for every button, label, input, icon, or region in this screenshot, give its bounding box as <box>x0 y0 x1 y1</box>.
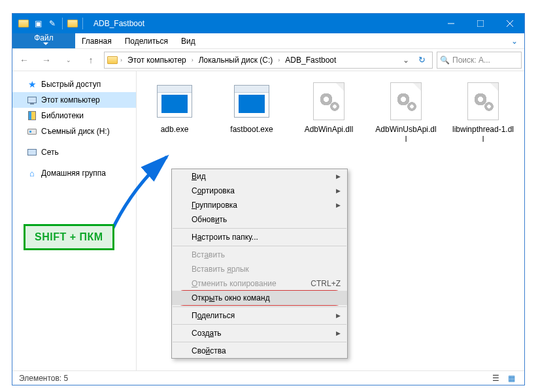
submenu-arrow-icon: ▶ <box>336 173 341 180</box>
ctx-new[interactable]: Создать▶ <box>172 326 347 340</box>
ctx-view[interactable]: Вид▶ <box>172 169 347 184</box>
maximize-button[interactable] <box>465 14 495 33</box>
details-view-icon[interactable]: ☰ <box>489 373 502 384</box>
sidebar-item-network[interactable]: Сеть <box>12 144 136 160</box>
item-count-label: Элементов: <box>19 374 61 383</box>
ctx-sort[interactable]: Сортировка▶ <box>172 184 347 198</box>
annotation-callout: SHIFT + ПКМ <box>24 224 114 250</box>
file-item[interactable]: AdbWinUsbApi.dll <box>375 80 437 144</box>
window-title: ADB_Fastboot <box>90 19 144 28</box>
pc-icon <box>27 95 37 105</box>
back-button[interactable]: ← <box>15 51 33 69</box>
address-dropdown[interactable]: ⌄ <box>399 56 413 65</box>
file-item[interactable]: libwinpthread-1.dll <box>452 80 514 144</box>
dll-icon <box>313 82 345 120</box>
sidebar-item-libraries[interactable]: Библиотеки <box>12 108 136 123</box>
submenu-arrow-icon: ▶ <box>336 312 341 319</box>
file-item[interactable]: fastboot.exe <box>220 80 283 144</box>
folder-icon <box>107 56 118 64</box>
chevron-right-icon[interactable]: › <box>277 57 281 63</box>
quick-access-toolbar: ▣ ✎ <box>12 16 90 31</box>
title-bar: ▣ ✎ ADB_Fastboot <box>12 14 524 33</box>
menu-view[interactable]: Вид <box>175 33 202 48</box>
sidebar-item-quick-access[interactable]: ★Быстрый доступ <box>12 76 136 92</box>
menu-bar: Файл Главная Поделиться Вид ⌄ <box>12 33 524 49</box>
separator <box>173 324 346 325</box>
submenu-arrow-icon: ▶ <box>336 202 341 208</box>
ctx-paste: Вставить <box>172 248 347 262</box>
separator <box>62 18 63 29</box>
separator <box>82 18 83 29</box>
ctx-customize[interactable]: Настроить папку... <box>172 230 347 244</box>
folder-icon <box>16 16 31 31</box>
disk-icon <box>27 126 37 137</box>
menu-home[interactable]: Главная <box>75 33 118 48</box>
separator <box>173 246 346 246</box>
ctx-open-command-window[interactable]: Открыть окно команд <box>172 291 347 305</box>
separator <box>173 228 346 229</box>
chevron-right-icon[interactable]: › <box>190 57 195 63</box>
dll-icon <box>390 82 422 120</box>
forward-button[interactable]: → <box>37 51 56 69</box>
separator <box>173 342 346 342</box>
ctx-properties[interactable]: Свойства <box>172 344 347 358</box>
separator <box>173 306 346 307</box>
up-button[interactable]: ↑ <box>82 51 100 69</box>
exe-icon <box>234 85 269 118</box>
context-menu: Вид▶ Сортировка▶ Группировка▶ Обновить Н… <box>171 169 348 359</box>
breadcrumb-root[interactable]: Этот компьютер <box>125 56 189 65</box>
ctx-undo: Отменить копированиеCTRL+Z <box>172 276 347 291</box>
chevron-right-icon[interactable]: › <box>119 57 124 63</box>
ctx-open-cmd-highlight: Открыть окно команд <box>172 291 347 305</box>
sidebar-item-this-pc[interactable]: Этот компьютер <box>12 92 136 108</box>
recent-dropdown[interactable]: ⌄ <box>59 51 78 69</box>
folder-icon-2 <box>65 16 80 31</box>
submenu-arrow-icon: ▶ <box>336 330 341 336</box>
search-input[interactable]: 🔍 Поиск: A... <box>437 52 522 69</box>
breadcrumb-folder[interactable]: ADB_Fastboot <box>282 56 339 65</box>
address-bar[interactable]: › Этот компьютер › Локальный диск (C:) ›… <box>104 52 433 69</box>
menu-file[interactable]: Файл <box>12 33 75 48</box>
item-count: 5 <box>64 374 69 383</box>
menu-share[interactable]: Поделиться <box>118 33 175 48</box>
sidebar-item-homegroup[interactable]: ⌂Домашняя группа <box>12 165 136 181</box>
ctx-share[interactable]: Поделиться▶ <box>172 308 347 323</box>
close-button[interactable] <box>495 14 524 33</box>
search-icon: 🔍 <box>440 56 450 65</box>
ribbon-expand-icon[interactable]: ⌄ <box>505 33 524 48</box>
ctx-paste-shortcut: Вставить ярлык <box>172 262 347 276</box>
library-icon <box>27 110 37 121</box>
file-item[interactable]: AdbWinApi.dll <box>297 80 360 144</box>
large-icons-view-icon[interactable]: ▦ <box>505 373 518 384</box>
star-icon: ★ <box>27 79 37 90</box>
new-folder-icon[interactable]: ✎ <box>45 16 59 31</box>
file-item[interactable]: adb.exe <box>143 80 206 144</box>
minimize-button[interactable] <box>436 14 465 33</box>
homegroup-icon: ⌂ <box>27 168 37 178</box>
callout-text: SHIFT + ПКМ <box>24 224 114 250</box>
sidebar-item-removable-disk[interactable]: Съемный диск (H:) <box>12 123 136 139</box>
svg-rect-1 <box>477 20 484 27</box>
navigation-pane: ★Быстрый доступ Этот компьютер Библиотек… <box>12 71 137 370</box>
search-placeholder: Поиск: A... <box>452 56 490 65</box>
breadcrumb-drive[interactable]: Локальный диск (C:) <box>196 56 276 65</box>
network-icon <box>27 147 37 157</box>
status-bar: Элементов: 5 ☰ ▦ <box>12 370 524 385</box>
address-bar-row: ← → ⌄ ↑ › Этот компьютер › Локальный дис… <box>12 49 524 71</box>
submenu-arrow-icon: ▶ <box>336 188 341 194</box>
ctx-refresh[interactable]: Обновить <box>172 212 347 227</box>
dll-icon <box>467 82 499 120</box>
exe-icon <box>157 85 192 118</box>
refresh-icon[interactable]: ↻ <box>414 55 429 65</box>
properties-icon[interactable]: ▣ <box>31 16 45 31</box>
ctx-group[interactable]: Группировка▶ <box>172 198 347 212</box>
